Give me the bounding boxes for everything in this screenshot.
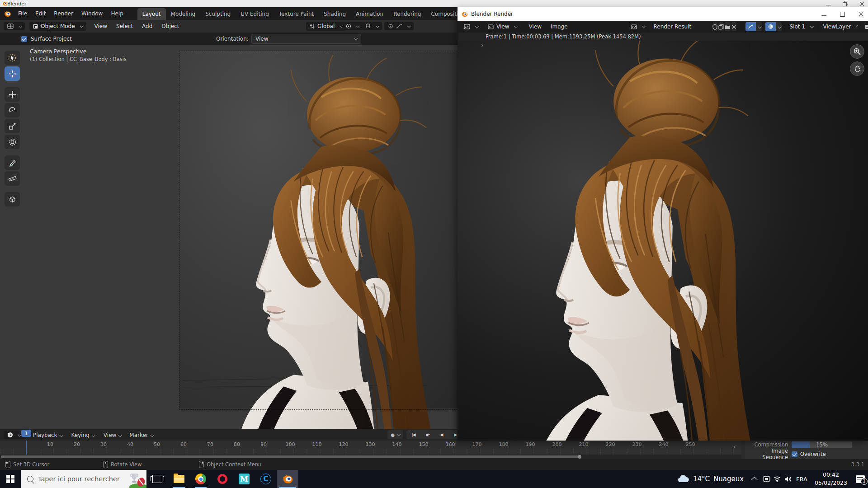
start-button[interactable]: [0, 470, 21, 488]
pan-button[interactable]: [850, 61, 864, 76]
frame-number[interactable]: 130: [366, 441, 375, 447]
frame-number[interactable]: 200: [552, 441, 562, 447]
frame-number[interactable]: 20: [74, 441, 80, 447]
taskbar-weather[interactable]: 14°C Nuageux: [677, 474, 744, 483]
workspace-tab[interactable]: Sculpting: [200, 8, 236, 20]
frame-number[interactable]: 110: [312, 441, 322, 447]
frame-number[interactable]: 60: [180, 441, 187, 447]
viewlayer-dropdown[interactable]: ViewLayer: [820, 22, 859, 31]
taskbar-clock[interactable]: 00:42 05/02/2023: [815, 471, 847, 487]
render-menu-item[interactable]: Image: [546, 22, 572, 32]
file-explorer-button[interactable]: [168, 470, 190, 488]
workspace-tab[interactable]: Texture Paint: [274, 8, 319, 20]
menu-item[interactable]: File: [14, 9, 31, 19]
blender-logo-icon[interactable]: [4, 10, 11, 18]
frame-number[interactable]: 30: [100, 441, 107, 447]
menu-item[interactable]: Help: [107, 9, 127, 19]
notification-button[interactable]: 1: [853, 470, 868, 488]
frame-number[interactable]: 150: [419, 441, 429, 447]
region-expand-arrow[interactable]: ›: [481, 42, 484, 49]
frame-number[interactable]: 240: [659, 441, 669, 447]
frame-number[interactable]: 70: [207, 441, 213, 447]
tool-move-button[interactable]: [5, 87, 20, 102]
frame-number[interactable]: 190: [526, 441, 535, 447]
restore-button[interactable]: [843, 1, 848, 6]
render-pass-dropdown[interactable]: [745, 22, 762, 31]
transport-button[interactable]: |◀: [406, 430, 420, 439]
frame-number[interactable]: 40: [127, 441, 133, 447]
blender-taskbar-button[interactable]: [277, 470, 298, 488]
timeline-track[interactable]: [0, 449, 741, 455]
transport-button[interactable]: ◀•: [420, 430, 434, 439]
zoom-button[interactable]: [850, 44, 864, 59]
timeline-expand-arrow[interactable]: ‹: [733, 443, 736, 450]
timeline-menu-item[interactable]: Keying: [67, 431, 99, 440]
volume-button[interactable]: [783, 470, 793, 488]
menu-item[interactable]: Render: [50, 9, 77, 19]
tool-orientation-dropdown[interactable]: View: [251, 34, 361, 44]
tray-expand-button[interactable]: [750, 470, 761, 488]
snap-dropdown[interactable]: [362, 22, 382, 30]
workspace-tab[interactable]: Modeling: [166, 8, 201, 20]
proportional-edit-dropdown[interactable]: [384, 22, 414, 30]
frame-number[interactable]: 160: [446, 441, 455, 447]
workspace-tab[interactable]: UV Editing: [236, 8, 274, 20]
render-menu-item[interactable]: View: [524, 22, 546, 32]
timeline-ruler[interactable]: 1020304050607080901001101201301401501601…: [0, 441, 741, 449]
tool-cursor-button[interactable]: [5, 66, 20, 81]
frame-number[interactable]: 140: [392, 441, 402, 447]
open-image-button[interactable]: [725, 22, 731, 31]
menu-item[interactable]: Edit: [31, 9, 50, 19]
frame-number[interactable]: 220: [606, 441, 615, 447]
c-app-button[interactable]: C: [255, 470, 277, 488]
auto-keying-button[interactable]: ●: [387, 430, 403, 439]
transport-button[interactable]: ◀: [434, 430, 448, 439]
workspace-tab[interactable]: Rendering: [388, 8, 426, 20]
fake-user-shield-button[interactable]: [712, 22, 717, 31]
tool-rotate-button[interactable]: [5, 103, 20, 117]
unlink-image-button[interactable]: [731, 22, 736, 31]
orientation-dropdown[interactable]: Global: [306, 22, 346, 31]
render-close-button[interactable]: [859, 12, 863, 17]
frame-number[interactable]: 90: [260, 441, 267, 447]
new-image-button[interactable]: [718, 22, 724, 31]
workspace-tab[interactable]: Shading: [319, 8, 351, 20]
image-name-field[interactable]: Render Result: [649, 22, 712, 31]
frame-number[interactable]: 180: [499, 441, 509, 447]
compression-slider[interactable]: 15%: [792, 441, 852, 448]
display-mode-dropdown[interactable]: View: [484, 22, 520, 31]
tool-transform-button[interactable]: [5, 135, 20, 149]
language-indicator[interactable]: FRA: [796, 476, 807, 483]
viewport-menu-item[interactable]: Object: [157, 21, 184, 31]
tool-scale-button[interactable]: [5, 119, 20, 133]
connect-button[interactable]: [761, 470, 772, 488]
timeline-menu-item[interactable]: Marker: [125, 431, 157, 440]
frame-number[interactable]: 80: [234, 441, 240, 447]
workspace-tab[interactable]: Layout: [137, 8, 166, 20]
overwrite-checkbox[interactable]: [792, 451, 797, 457]
render-maximize-button[interactable]: [840, 12, 845, 17]
wifi-button[interactable]: [772, 470, 783, 488]
task-view-button[interactable]: [146, 470, 168, 488]
taskbar-search[interactable]: Taper ici pour rechercher: [21, 470, 146, 488]
menu-item[interactable]: Window: [77, 9, 107, 19]
close-button[interactable]: [859, 1, 864, 6]
editor-type-dropdown[interactable]: [4, 22, 25, 30]
frame-number[interactable]: 50: [154, 441, 160, 447]
chrome-button[interactable]: [190, 470, 212, 488]
surface-project-checkbox[interactable]: [21, 36, 27, 42]
current-frame-badge[interactable]: 1: [21, 430, 31, 437]
tool-add-cube-button[interactable]: [5, 192, 20, 206]
maya-button[interactable]: M: [233, 470, 255, 488]
slot-dropdown[interactable]: Slot 1: [786, 22, 817, 31]
render-result-image[interactable]: ›: [458, 41, 868, 441]
viewport-menu-item[interactable]: Select: [112, 21, 137, 31]
playhead[interactable]: [26, 441, 27, 455]
render-minimize-button[interactable]: [821, 12, 826, 17]
image-editor-type-dropdown[interactable]: [460, 23, 481, 31]
frame-number[interactable]: 10: [47, 441, 53, 447]
pivot-dropdown[interactable]: [342, 22, 363, 30]
frame-number[interactable]: 100: [286, 441, 295, 447]
workspace-tab[interactable]: Animation: [351, 8, 388, 20]
image-datablock-dropdown[interactable]: [627, 23, 648, 31]
